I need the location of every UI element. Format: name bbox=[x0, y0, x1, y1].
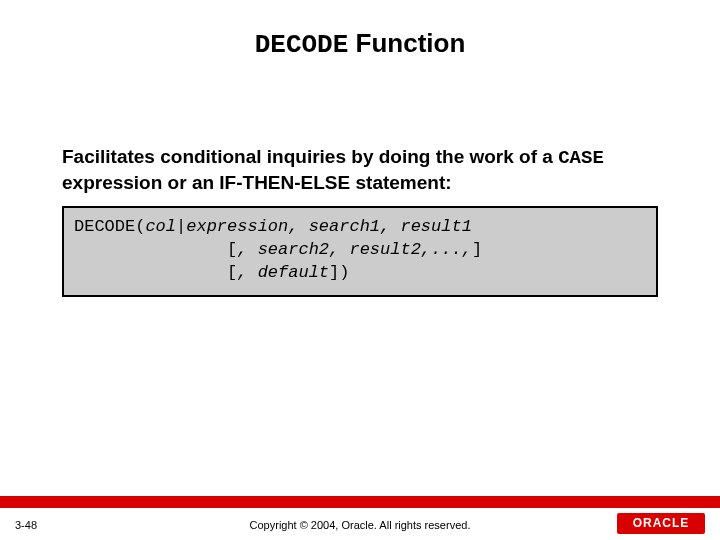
title-rest: Function bbox=[348, 28, 465, 58]
code-i1: col|expression, search1, result1 bbox=[145, 217, 471, 236]
code-t2: [ bbox=[74, 240, 237, 259]
code-box: DECODE(col|expression, search1, result1 … bbox=[62, 206, 658, 297]
footer-bar: 3-48 Copyright © 2004, Oracle. All right… bbox=[0, 508, 720, 540]
code-t4: ]) bbox=[329, 263, 349, 282]
copyright-text: Copyright © 2004, Oracle. All rights res… bbox=[0, 519, 720, 531]
oracle-logo: ORACLE bbox=[617, 513, 705, 534]
body-line1: Facilitates conditional inquiries by doi… bbox=[62, 146, 558, 167]
slide-title: DECODE Function bbox=[0, 0, 720, 60]
code-i3: , default bbox=[237, 263, 329, 282]
title-keyword: DECODE bbox=[255, 30, 349, 60]
code-i2: , search2, result2,..., bbox=[237, 240, 472, 259]
code-t1: DECODE( bbox=[74, 217, 145, 236]
body-text: Facilitates conditional inquiries by doi… bbox=[62, 145, 658, 195]
footer-stripe bbox=[0, 496, 720, 508]
body-line2: expression or an IF-THEN-ELSE statement: bbox=[62, 172, 452, 193]
body-keyword: CASE bbox=[558, 147, 604, 169]
